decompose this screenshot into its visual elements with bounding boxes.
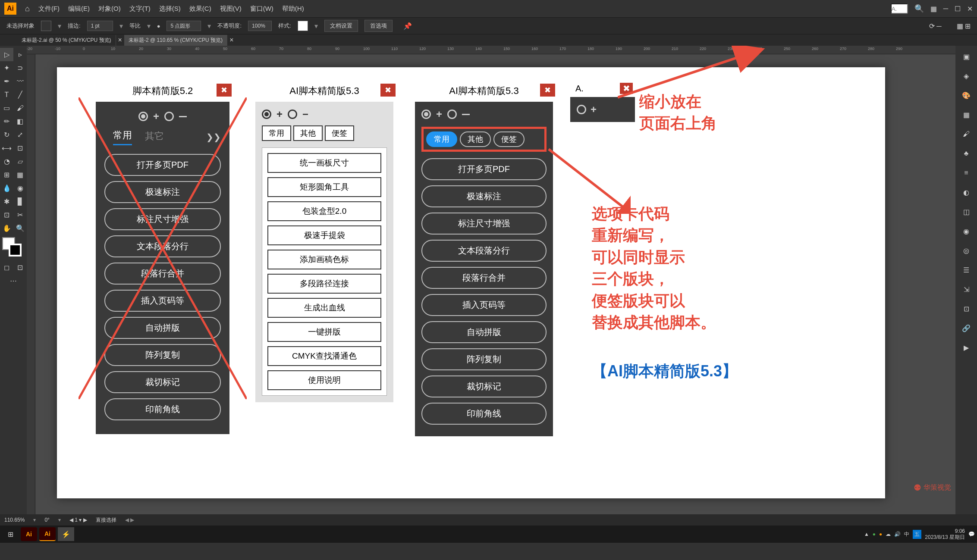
btn-page-number[interactable]: 插入页码等 xyxy=(104,290,221,312)
rectangle-tool[interactable]: ▭ xyxy=(0,101,13,115)
taskbar-ai-2[interactable]: Ai xyxy=(39,527,56,541)
tray-volume-icon[interactable]: 🔊 xyxy=(894,531,901,537)
artboard-nav[interactable]: ◀ 1 ▾ ▶ xyxy=(69,517,87,523)
eyedropper-tool[interactable]: 💧 xyxy=(0,181,13,195)
magic-wand-tool[interactable]: ✦ xyxy=(0,61,13,75)
btn-open-pdf[interactable]: 打开多页PDF xyxy=(421,158,547,180)
tray-ime-1[interactable]: 中 xyxy=(904,531,909,538)
btn-fast-annotate[interactable]: 极速标注 xyxy=(421,185,547,207)
btn-merge-lines[interactable]: 段落行合并 xyxy=(421,267,547,289)
tab-common[interactable]: 常用 xyxy=(426,131,457,147)
btn-crop-marks[interactable]: 裁切标记 xyxy=(421,375,547,397)
btn-merge-lines[interactable]: 段落行合并 xyxy=(104,263,221,285)
uniform-label[interactable]: 等比 xyxy=(129,22,141,30)
shape-builder-tool[interactable]: ◔ xyxy=(0,155,13,168)
doc-tab-1[interactable]: 未标题-2.ai @ 50 % (CMYK/CPU 预览) xyxy=(17,35,116,46)
taskbar-clock[interactable]: 9:06 2023/8/13 星期日 xyxy=(925,528,965,541)
btn-text-split[interactable]: 文本段落分行 xyxy=(421,240,547,262)
menu-window[interactable]: 窗口(W) xyxy=(250,5,273,13)
menu-edit[interactable]: 编辑(E) xyxy=(68,5,90,13)
properties-panel-icon[interactable]: ▣ xyxy=(960,50,973,63)
btn-corner-marks[interactable]: 印前角线 xyxy=(421,403,547,425)
minus-icon[interactable] xyxy=(179,116,187,117)
doc-setup-button[interactable]: 文档设置 xyxy=(324,20,358,32)
stroke-panel-icon[interactable]: ≡ xyxy=(960,166,973,179)
type-tool[interactable]: T xyxy=(0,88,13,101)
btn-handbag[interactable]: 极速手提袋 xyxy=(267,225,381,245)
taskbar-ai-1[interactable]: Ai xyxy=(21,527,37,541)
start-button[interactable]: ⊞ xyxy=(2,527,19,541)
tray-ime-2[interactable]: 五 xyxy=(913,530,921,539)
btn-corner-marks[interactable]: 印前角线 xyxy=(104,398,221,420)
symbol-sprayer-tool[interactable]: ✱ xyxy=(0,195,13,208)
search-input[interactable] xyxy=(891,3,908,14)
minus-icon[interactable] xyxy=(462,114,470,115)
plus-icon[interactable]: + xyxy=(276,108,283,120)
menu-effect[interactable]: 效果(C) xyxy=(189,5,211,13)
plus-icon[interactable]: + xyxy=(591,103,597,116)
paintbrush-tool[interactable]: 🖌 xyxy=(13,101,27,115)
btn-instructions[interactable]: 使用说明 xyxy=(267,370,381,390)
slice-tool[interactable]: ✂ xyxy=(13,208,27,222)
btn-fast-annotate[interactable]: 极速标注 xyxy=(104,181,221,203)
btn-round-corner[interactable]: 矩形圆角工具 xyxy=(267,177,381,197)
play-icon[interactable]: ▶ xyxy=(960,341,973,354)
rotate-tool[interactable]: ↻ xyxy=(0,128,13,141)
tab-other[interactable]: 其他 xyxy=(460,131,491,147)
transparency-panel-icon[interactable]: ◫ xyxy=(960,205,973,218)
btn-dimension[interactable]: 标注尺寸增强 xyxy=(104,208,221,230)
menu-view[interactable]: 视图(V) xyxy=(220,5,242,13)
tab-close-2[interactable]: × xyxy=(227,36,236,44)
blend-tool[interactable]: ◉ xyxy=(13,181,27,195)
btn-open-pdf[interactable]: 打开多页PDF xyxy=(104,154,221,176)
zoom-tool[interactable]: 🔍 xyxy=(13,222,27,235)
btn-bleed[interactable]: 生成出血线 xyxy=(267,298,381,318)
graphic-styles-panel-icon[interactable]: ◎ xyxy=(960,244,973,257)
maximize-icon[interactable]: ☐ xyxy=(955,5,961,13)
menu-object[interactable]: 对象(O) xyxy=(98,5,121,13)
arrange-icon[interactable]: ▦ xyxy=(930,5,937,13)
btn-dimension[interactable]: 标注尺寸增强 xyxy=(421,213,547,235)
btn-one-click-impose[interactable]: 一键拼版 xyxy=(267,322,381,342)
screen-mode[interactable]: ⊡ xyxy=(13,261,27,274)
panel-53b-close-button[interactable]: ✖ xyxy=(540,84,555,97)
asset-export-panel-icon[interactable]: ⇲ xyxy=(960,283,973,296)
swatches-panel-icon[interactable]: ▦ xyxy=(960,108,973,121)
tab-other[interactable]: 其它 xyxy=(145,130,164,145)
symbols-panel-icon[interactable]: ♣ xyxy=(960,147,973,160)
gradient-panel-icon[interactable]: ◐ xyxy=(960,186,973,199)
pin-icon[interactable]: 📌 xyxy=(403,22,412,30)
shaper-tool[interactable]: ✏ xyxy=(0,115,13,128)
btn-crop-marks[interactable]: 裁切标记 xyxy=(104,371,221,393)
artboard-tool[interactable]: ⊡ xyxy=(0,208,13,222)
width-tool[interactable]: ⟷ xyxy=(0,141,13,155)
btn-packaging[interactable]: 包装盒型2.0 xyxy=(267,201,381,221)
curvature-tool[interactable]: 〰 xyxy=(13,75,27,88)
eraser-tool[interactable]: ◧ xyxy=(13,115,27,128)
plus-icon[interactable]: + xyxy=(436,108,442,120)
stroke-color[interactable] xyxy=(9,244,22,257)
menu-type[interactable]: 文字(T) xyxy=(129,5,151,13)
plus-icon[interactable]: + xyxy=(153,110,159,122)
perspective-tool[interactable]: ▱ xyxy=(13,155,27,168)
loop-icon[interactable]: ⟳ ─ xyxy=(929,22,942,30)
graph-tool[interactable]: ▊ xyxy=(13,195,27,208)
radio-filled-icon[interactable] xyxy=(262,109,271,119)
artboards-panel-icon[interactable]: ⊡ xyxy=(960,302,973,315)
panel-53a-close-button[interactable]: ✖ xyxy=(380,84,396,97)
tab-common[interactable]: 常用 xyxy=(262,125,291,141)
radio-filled-icon[interactable] xyxy=(138,112,148,121)
preferences-button[interactable]: 首选项 xyxy=(364,20,393,32)
radio-empty-icon[interactable] xyxy=(288,109,297,119)
line-tool[interactable]: ╱ xyxy=(13,88,27,101)
tray-icon-2[interactable]: ● xyxy=(873,531,876,537)
rotation[interactable]: 0° xyxy=(44,517,49,523)
appearance-panel-icon[interactable]: ◉ xyxy=(960,225,973,238)
color-panel-icon[interactable]: 🎨 xyxy=(960,89,973,102)
btn-color-swatch[interactable]: 添加画稿色标 xyxy=(267,250,381,269)
radio-empty-icon[interactable] xyxy=(447,109,457,119)
layers-panel-icon[interactable]: ☰ xyxy=(960,263,973,276)
opacity-input[interactable] xyxy=(248,21,272,31)
btn-auto-impose[interactable]: 自动拼版 xyxy=(104,317,221,339)
radio-icon[interactable] xyxy=(577,105,586,114)
